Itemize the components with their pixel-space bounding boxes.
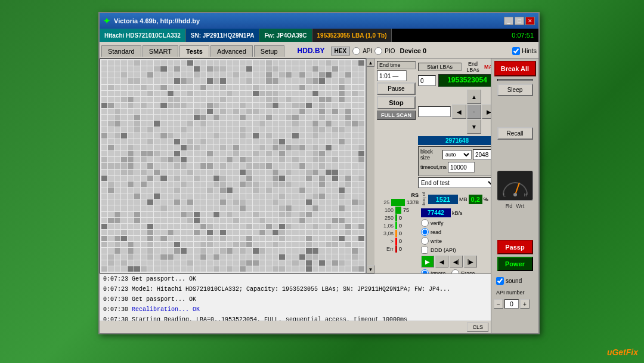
sn-value: JP2911HQ29N1PA [203,32,255,39]
scan-cell [101,97,107,102]
scan-cell [332,151,338,156]
decrement-button[interactable]: − [494,299,503,309]
ugetfix-logo: uGetFix [607,347,638,357]
scan-cell [345,182,351,187]
tab-advanced[interactable]: Advanced [210,45,253,57]
sleep-button[interactable]: Sleep [497,84,533,96]
end-of-test-select[interactable]: End of test [418,177,496,188]
scan-cell [299,254,305,260]
scroll-up-button[interactable]: ▲ [367,59,374,67]
scan-cell [292,66,298,72]
scan-cell [299,236,305,241]
increment-button[interactable]: + [520,299,530,309]
read-label: read [431,229,441,235]
write-radio[interactable] [421,237,429,245]
nav-center-button[interactable]: · [467,104,481,119]
break-all-button[interactable]: Break All [494,61,536,76]
scan-cell [220,176,226,181]
scan-cell [352,236,358,241]
timeout-input[interactable] [448,162,475,173]
scan-cell [181,187,187,193]
api-number-label: API number [496,290,525,296]
scan-cell [253,254,259,260]
hex-button[interactable]: HEX [331,47,351,56]
block-size-select[interactable]: auto [442,150,472,159]
scan-scrollbar[interactable]: ▲ ▼ [366,59,374,273]
progress-input[interactable] [418,106,451,117]
nav-down-button[interactable]: ▼ [467,119,481,134]
play-button[interactable]: ▶ [421,256,434,267]
scan-cell [292,103,298,108]
scan-cell [134,266,140,272]
tab-standard[interactable]: Standard [101,45,141,57]
start-lba-input[interactable] [418,75,436,86]
scan-cell [227,236,233,241]
recall-button[interactable]: Recall [497,127,533,140]
scan-cell [253,85,259,90]
maximize-button[interactable]: □ [515,17,524,25]
scan-cell [306,97,312,102]
scan-cell [227,121,233,126]
verify-radio[interactable] [421,219,429,227]
scan-cell [332,205,338,211]
cls-button[interactable]: CLS [467,322,488,332]
scan-cell [207,151,213,156]
right-panel: End time Pause Stop FULL SCAN Start LBAs [374,59,491,273]
scan-cell [332,254,338,260]
power-button[interactable]: Power [497,257,533,271]
back-button[interactable]: ◀ [435,256,448,267]
tab-smart[interactable]: SMART [143,45,178,57]
scan-cell [128,187,134,193]
scan-cell [319,115,325,120]
nav-up-button[interactable]: ▲ [467,90,481,104]
nav-left-button[interactable]: ◀ [452,104,466,119]
scan-cell [326,78,332,84]
scan-cell [168,60,174,66]
api-radio[interactable] [352,47,360,55]
passp-button[interactable]: Passp [497,240,533,254]
scan-cell [292,85,298,90]
scan-cell [266,242,272,247]
scan-cell [101,121,107,126]
scan-cell [345,66,351,72]
stop-button[interactable]: Stop [377,96,416,109]
hints-checkbox[interactable] [512,47,520,55]
read-radio[interactable] [421,228,429,236]
tab-setup[interactable]: Setup [254,45,284,57]
end-time-input[interactable] [377,70,407,81]
pio-radio[interactable] [374,47,382,55]
scan-cell [319,163,325,168]
scan-cell [220,187,226,193]
close-button[interactable]: ✕ [525,17,535,25]
scan-cell [174,254,180,260]
sound-checkbox[interactable] [496,277,504,285]
scan-cell [339,121,345,126]
scan-cell [352,254,358,260]
tab-tests[interactable]: Tests [179,45,209,57]
scan-cell [292,139,298,144]
scan-cell [101,254,107,260]
scan-cell [266,121,272,126]
ddd-checkbox[interactable] [421,247,428,254]
skip-fwd-button[interactable]: |▶ [464,256,477,267]
scan-cell [279,133,285,139]
full-scan-button[interactable]: FULL SCAN [377,110,416,120]
scan-cell [134,199,140,205]
skip-back-button[interactable]: ◀| [450,256,463,267]
scan-cell [187,60,193,66]
minimize-button[interactable]: _ [504,17,513,25]
pause-button[interactable]: Pause [377,82,416,95]
scan-cell [121,176,127,181]
scan-cell [345,151,351,156]
scan-cell [259,115,265,120]
tabs-bar: Standard SMART Tests Advanced Setup HDD.… [100,42,538,59]
scan-cell [168,199,174,205]
scan-cell [332,133,338,139]
scan-cell [207,121,213,126]
scan-cell [345,176,351,181]
scroll-down-button[interactable]: ▼ [367,265,374,273]
scan-cell [147,205,153,211]
scan-cell [181,127,187,133]
scan-cell [240,151,246,156]
scan-cell [253,224,259,229]
